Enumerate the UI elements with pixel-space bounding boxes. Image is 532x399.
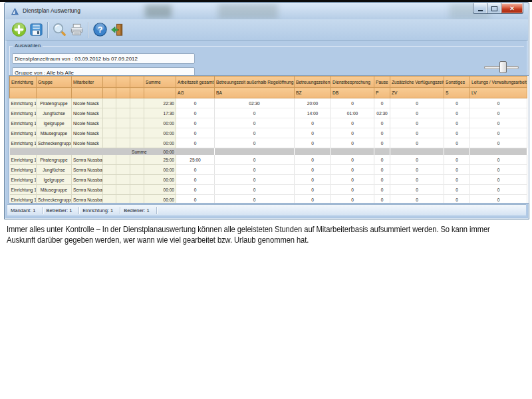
window-controls: ✕: [473, 3, 523, 14]
table-row[interactable]: Einrichtung 1JungfüchseNicole Noack17:30…: [10, 108, 527, 118]
column-header[interactable]: [72, 88, 103, 98]
cell: 02:30: [215, 98, 295, 108]
cell: 0: [444, 165, 470, 175]
column-header[interactable]: Einrichtung: [10, 76, 37, 88]
column-header[interactable]: Pause: [374, 76, 390, 88]
column-header[interactable]: [116, 76, 130, 88]
cell: [295, 148, 331, 156]
cell: [470, 148, 527, 156]
exit-button[interactable]: [108, 21, 126, 39]
summary-row: Summe00:00: [10, 148, 527, 156]
results-table: EinrichtungGruppeMitarbeiterSummeArbeits…: [9, 76, 527, 203]
column-header[interactable]: [144, 88, 176, 98]
cell: Einrichtung 1: [10, 138, 37, 148]
help-button[interactable]: ?: [91, 21, 108, 39]
minimize-button[interactable]: [473, 3, 487, 14]
client-area: Auswahlen EinrichtungGruppeMitarbeiterSu…: [7, 41, 527, 217]
table-row[interactable]: Einrichtung 1PiratengruppeNicole Noack22…: [10, 98, 527, 108]
cell: 0: [176, 185, 215, 195]
cell: [72, 148, 103, 156]
cell: Einrichtung 1: [10, 165, 37, 175]
column-header[interactable]: BZ: [295, 88, 331, 98]
cell: Piratengruppe: [37, 98, 72, 108]
add-button[interactable]: [10, 21, 27, 39]
cell: 00:00: [144, 128, 176, 138]
cell: [103, 128, 116, 138]
table-row[interactable]: Einrichtung 1PiratengruppeSemra Nussbaum…: [10, 155, 527, 165]
column-header[interactable]: Dienstbesprechung: [331, 76, 374, 88]
cell: 0: [176, 98, 215, 108]
column-header[interactable]: DB: [331, 88, 374, 98]
cell: Einrichtung 1: [10, 98, 37, 108]
column-header[interactable]: Zusätzliche Verfügungszeit: [390, 76, 444, 88]
print-button[interactable]: [68, 21, 85, 39]
cell: 25:00: [176, 155, 215, 165]
cell: Jungfüchse: [37, 108, 72, 118]
column-header[interactable]: AG: [176, 88, 215, 98]
slider-thumb[interactable]: [499, 61, 507, 73]
cell: [331, 148, 374, 156]
column-header[interactable]: [10, 88, 37, 98]
column-header[interactable]: Betreuungszeiten: [295, 76, 331, 88]
maximize-icon: [491, 6, 497, 11]
column-header[interactable]: Sonstiges: [444, 76, 470, 88]
search-icon: [52, 22, 67, 37]
cell: 0: [295, 155, 331, 165]
cell: 0: [176, 165, 215, 175]
cell: [103, 175, 116, 185]
column-header[interactable]: ZV: [390, 88, 444, 98]
cell: 0: [331, 195, 374, 204]
maximize-button[interactable]: [487, 3, 501, 14]
column-header[interactable]: [130, 88, 144, 98]
table-row[interactable]: Einrichtung 1IgelgruppeSemra Nussbaum00:…: [10, 175, 527, 185]
column-header[interactable]: [116, 88, 130, 98]
minimize-icon: [478, 10, 483, 11]
cell: Nicole Noack: [72, 118, 103, 128]
column-header[interactable]: Leitungs / Verwaltungsarbeit: [470, 76, 527, 88]
period-input[interactable]: [12, 53, 195, 64]
column-header[interactable]: Gruppe: [37, 76, 72, 88]
table-row[interactable]: Einrichtung 1MäusegruppeNicole Noack00:0…: [10, 128, 527, 138]
cell: Semra Nussbaum: [72, 185, 103, 195]
column-header[interactable]: S: [444, 88, 470, 98]
cell: [116, 128, 130, 138]
status-item: Mandant: 1: [7, 207, 43, 214]
table-row[interactable]: Einrichtung 1SchneckengruppeSemra Nussba…: [10, 195, 527, 204]
column-header[interactable]: [37, 88, 72, 98]
save-button[interactable]: [27, 21, 45, 39]
cell: 0: [390, 98, 444, 108]
column-header[interactable]: [103, 76, 116, 88]
cell: [116, 185, 130, 195]
column-header[interactable]: Betreuungszeit außerhalb Regelöffnung: [215, 76, 295, 88]
column-header[interactable]: P: [374, 88, 390, 98]
column-header[interactable]: LV: [470, 88, 527, 98]
column-header[interactable]: Summe: [144, 76, 176, 88]
cell: [103, 108, 116, 118]
column-header[interactable]: BA: [215, 88, 295, 98]
column-header[interactable]: [130, 76, 144, 88]
column-header[interactable]: Mitarbeiter: [72, 76, 103, 88]
cell: [103, 138, 116, 148]
cell: Nicole Noack: [72, 98, 103, 108]
table-row[interactable]: Einrichtung 1SchneckengruppeNicole Noack…: [10, 138, 527, 148]
table-row[interactable]: Einrichtung 1MäusegruppeSemra Nussbaum00…: [10, 185, 527, 195]
results-table-panel: EinrichtungGruppeMitarbeiterSummeArbeits…: [9, 75, 529, 203]
svg-text:?: ?: [97, 25, 102, 35]
group-range-slider[interactable]: [484, 61, 519, 72]
cell: 0: [215, 175, 295, 185]
exit-icon: [110, 22, 125, 37]
cell: 0: [390, 118, 444, 128]
cell: 0: [444, 118, 470, 128]
cell: [37, 148, 72, 156]
cell: [176, 148, 215, 156]
close-button[interactable]: ✕: [501, 3, 523, 14]
column-header[interactable]: [103, 88, 116, 98]
search-button[interactable]: [51, 21, 68, 39]
table-row[interactable]: Einrichtung 1JungfüchseSemra Nussbaum00:…: [10, 165, 527, 175]
table-row[interactable]: Einrichtung 1IgelgruppeNicole Noack00:00…: [10, 118, 527, 128]
cell: 0: [331, 155, 374, 165]
column-header[interactable]: Arbeitszeit gesamt: [176, 76, 215, 88]
cell: 0: [176, 108, 215, 118]
selection-group-label: Auswahlen: [13, 43, 43, 49]
cell: 0: [295, 185, 331, 195]
